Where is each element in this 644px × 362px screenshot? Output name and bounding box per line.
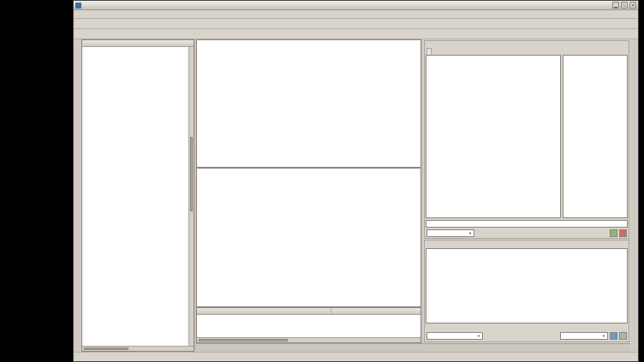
scrollbar-thumb[interactable] (84, 347, 128, 350)
channels-group: ▼ (424, 40, 629, 239)
tree-horizontal-scrollbar[interactable] (82, 346, 194, 351)
tree-column-header[interactable] (82, 40, 194, 47)
file-tree[interactable] (82, 47, 188, 346)
network-name-label (425, 324, 629, 331)
message-input[interactable] (426, 220, 628, 228)
menubar (74, 10, 638, 19)
close-button[interactable]: ✕ (629, 2, 636, 9)
editor-bottom (196, 168, 421, 307)
toolbar-secondary (74, 29, 638, 39)
scrollbar-thumb[interactable] (190, 137, 193, 211)
join-channel-combo[interactable]: ▼ (560, 332, 608, 340)
editor-column (196, 39, 421, 343)
left-sidebar-tabs (74, 39, 81, 352)
network-group: ▼ ▼ (424, 240, 629, 342)
chevron-down-icon: ▼ (477, 334, 480, 338)
nickname-combo[interactable]: ▼ (426, 332, 483, 340)
chevron-down-icon: ▼ (468, 231, 472, 235)
channel-messages[interactable] (426, 55, 561, 218)
scrollbar-thumb[interactable] (199, 339, 288, 341)
leave-channel-button[interactable] (619, 229, 627, 237)
toolbar-main (74, 19, 638, 29)
task-table-header (197, 308, 420, 315)
bottom-tool-tabs (196, 343, 630, 352)
disconnect-button[interactable] (619, 332, 627, 340)
column-header-filename[interactable] (331, 308, 420, 314)
channel-combo[interactable]: ▼ (426, 229, 474, 237)
channels-title (425, 41, 629, 48)
column-header-summary[interactable] (197, 308, 331, 314)
maximize-button[interactable]: □ (621, 2, 628, 9)
right-sidebar-tabs (630, 39, 638, 352)
minimize-button[interactable]: ▁ (612, 2, 619, 9)
join-channel-button[interactable] (610, 332, 617, 340)
editor-top (196, 39, 421, 168)
network-messages[interactable] (426, 248, 628, 323)
task-horizontal-scrollbar[interactable] (197, 337, 420, 342)
irc-panel: ▼ ▼ (423, 39, 630, 343)
chevron-down-icon: ▼ (602, 334, 605, 338)
statusbar (74, 352, 638, 361)
tree-vertical-scrollbar[interactable] (188, 47, 194, 346)
app-icon (75, 3, 81, 9)
titlebar[interactable]: ▁ □ ✕ (74, 1, 638, 10)
eric5-window: ▁ □ ✕ (73, 0, 639, 362)
task-viewer (196, 307, 421, 343)
edit-topic-button[interactable] (610, 229, 617, 237)
main-area: ▼ ▼ (74, 39, 638, 352)
task-list[interactable] (197, 315, 420, 337)
network-title (425, 240, 629, 247)
file-browser-panel (81, 39, 194, 352)
channel-user-list[interactable] (563, 55, 628, 218)
channel-tab[interactable] (426, 48, 432, 54)
